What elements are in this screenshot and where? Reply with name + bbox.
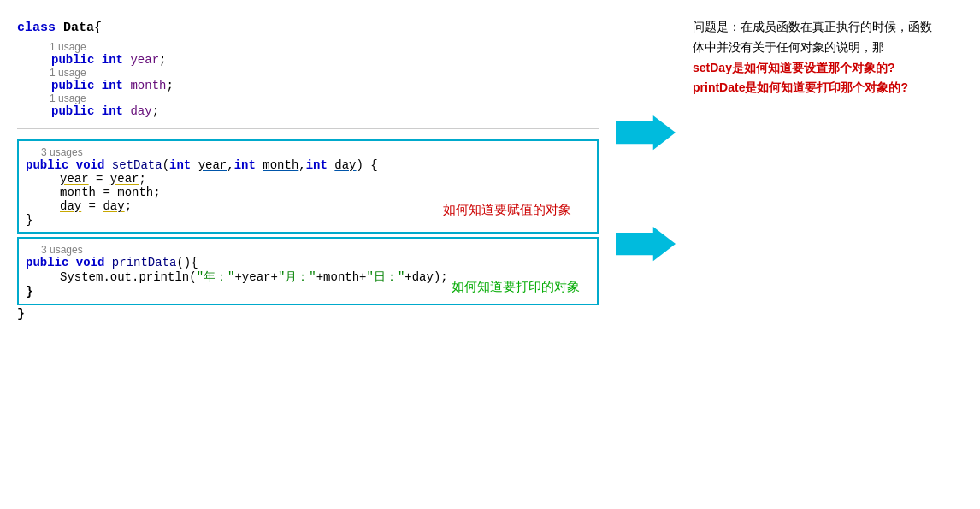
printdata-method-name: printData <box>112 256 177 269</box>
int-kw-p2: int <box>234 158 263 172</box>
printdata-signature: public void printData(){ <box>26 256 590 269</box>
explanation-panel: 问题是：在成员函数在真正执行的时候，函数体中并没有关于任何对象的说明，那 set… <box>684 9 941 107</box>
int-kw-p1: int <box>169 158 198 172</box>
field-month-assign: month <box>60 186 96 199</box>
setdata-box: 3 usages public void setData(int year,in… <box>17 139 599 234</box>
arrow-setdata <box>616 111 676 154</box>
printdata-box: 3 usages public void printData(){ System… <box>17 237 599 305</box>
month-identifier: month <box>130 79 166 92</box>
year-identifier: year <box>130 53 159 67</box>
svg-marker-0 <box>616 115 676 150</box>
printdata-usage-hint: 3 usages <box>41 244 590 256</box>
class-name: Data <box>63 21 94 35</box>
class-open-brace: { <box>94 21 102 35</box>
problem-normal-text: 问题是：在成员函数在真正执行的时候，函数体中并没有关于任何对象的说明，那 <box>693 17 932 58</box>
setdata-signature: public void setData(int year,int month,i… <box>26 158 590 172</box>
setdata-method-name: setData <box>112 158 162 172</box>
arrows-column <box>616 111 676 265</box>
field-day-assign: day <box>60 199 81 213</box>
public-kw-month: public <box>51 79 102 92</box>
public-kw-printdata: public <box>26 256 76 269</box>
problem-bold-1: setDay是如何知道要设置那个对象的? <box>693 58 932 79</box>
void-kw-setdata: void <box>76 158 112 172</box>
int-kw-month: int <box>102 79 131 92</box>
main-container: class Data{ 1 usage public int year; 1 u… <box>0 0 980 509</box>
int-kw-p3: int <box>306 158 335 172</box>
public-kw-setdata: public <box>26 158 76 172</box>
setdata-year-assign: year = year; <box>60 172 590 186</box>
separator <box>17 128 599 129</box>
int-kw-day: int <box>102 104 131 118</box>
param-year-assign: year <box>110 172 139 186</box>
day-usage-hint: 1 usage <box>50 92 599 104</box>
int-kw-year: int <box>102 53 131 67</box>
param-month-assign: month <box>117 186 153 199</box>
year-field: public int year; <box>51 53 599 67</box>
param-month: month <box>263 158 298 172</box>
setdata-month-assign: month = month; <box>60 186 590 199</box>
string-literal: "年：" <box>197 270 235 284</box>
public-kw-year: public <box>51 53 102 67</box>
day-identifier: day <box>130 104 151 118</box>
public-kw-day: public <box>51 104 102 118</box>
code-panel: class Data{ 1 usage public int year; 1 u… <box>0 9 616 500</box>
month-field: public int month; <box>51 79 599 92</box>
problem-text-span: 问题是：在成员函数在真正执行的时候，函数体中并没有关于任何对象的说明，那 <box>693 20 932 54</box>
setdata-annotation: 如何知道要赋值的对象 <box>443 202 571 218</box>
param-year: year <box>198 158 227 172</box>
problem-bold-2: printDate是如何知道要打印那个对象的? <box>693 78 932 98</box>
right-panel: 问题是：在成员函数在真正执行的时候，函数体中并没有关于任何对象的说明，那 set… <box>616 9 980 500</box>
void-kw-printdata: void <box>76 256 112 269</box>
svg-marker-1 <box>616 227 676 261</box>
year-usage-hint: 1 usage <box>50 41 599 53</box>
string-literal-2: "月：" <box>278 270 316 284</box>
field-year-assign: year <box>60 172 89 186</box>
month-usage-hint: 1 usage <box>50 67 599 79</box>
param-day: day <box>334 158 356 172</box>
class-close-brace: } <box>17 307 599 322</box>
param-day-assign: day <box>103 199 124 213</box>
class-declaration: class Data{ <box>17 17 599 39</box>
setdata-usage-hint: 3 usages <box>41 146 590 158</box>
arrow-printdata <box>616 222 676 265</box>
day-field: public int day; <box>51 104 599 118</box>
string-literal-3: "日：" <box>367 270 405 284</box>
fields-block: 1 usage public int year; 1 usage public … <box>34 41 599 118</box>
class-keyword: class <box>17 21 63 35</box>
printdata-annotation: 如何知道要打印的对象 <box>452 279 580 295</box>
